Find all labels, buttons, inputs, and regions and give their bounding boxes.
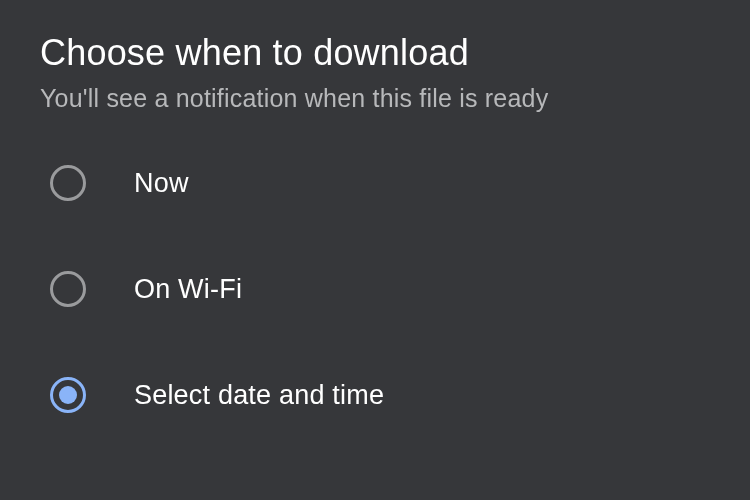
dialog-subtitle: You'll see a notification when this file…: [40, 84, 710, 113]
when-to-download-radio-group: Now On Wi-Fi Select date and time: [40, 165, 710, 413]
radio-button-icon: [50, 377, 86, 413]
radio-option-on-wifi[interactable]: On Wi-Fi: [50, 271, 710, 307]
radio-label: On Wi-Fi: [134, 274, 242, 305]
radio-button-icon: [50, 271, 86, 307]
radio-label: Now: [134, 168, 189, 199]
radio-label: Select date and time: [134, 380, 384, 411]
radio-option-now[interactable]: Now: [50, 165, 710, 201]
radio-dot-icon: [59, 386, 77, 404]
dialog-title: Choose when to download: [40, 32, 710, 74]
radio-option-select-date-time[interactable]: Select date and time: [50, 377, 710, 413]
radio-button-icon: [50, 165, 86, 201]
download-schedule-dialog: Choose when to download You'll see a not…: [0, 0, 750, 445]
